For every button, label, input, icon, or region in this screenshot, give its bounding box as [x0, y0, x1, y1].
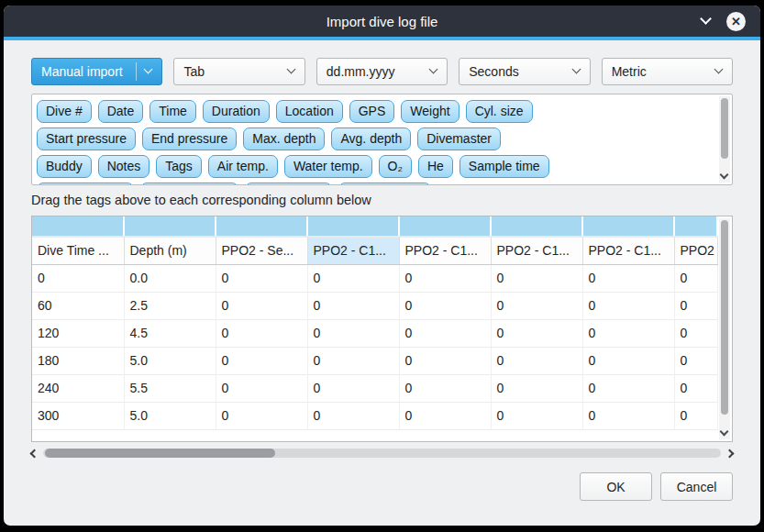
- table-cell: 180: [32, 347, 124, 374]
- scroll-left-icon[interactable]: [30, 449, 39, 458]
- field-tag[interactable]: GPS: [349, 100, 395, 123]
- table-cell: 0: [307, 292, 399, 319]
- table-scrollbar-horizontal[interactable]: [31, 446, 733, 460]
- table-cell: 0: [216, 319, 307, 347]
- column-drop-target[interactable]: [399, 216, 491, 237]
- column-header: PPO2 - C1...: [307, 237, 399, 264]
- field-tag[interactable]: Avg. depth: [331, 127, 411, 150]
- field-tag[interactable]: Notes: [98, 155, 150, 178]
- table-cell: 0: [491, 292, 582, 319]
- table-scrollbar-vertical[interactable]: [719, 218, 730, 439]
- field-tag[interactable]: Water temp.: [284, 155, 372, 178]
- column-drop-target[interactable]: [674, 216, 717, 237]
- column-header: PPO2: [674, 237, 717, 264]
- field-tag[interactable]: Dive #: [37, 100, 92, 123]
- tag-list: Dive #DateTimeDurationLocationGPSWeightC…: [32, 94, 732, 185]
- table-cell: 0: [491, 319, 582, 347]
- table-cell: 0: [674, 264, 717, 292]
- field-tag[interactable]: Duration: [203, 100, 270, 123]
- table-cell: 0: [399, 292, 491, 319]
- tag-pool-scrollbar[interactable]: [719, 96, 730, 183]
- dialog-footer: OK Cancel: [31, 472, 733, 501]
- date-format-combo[interactable]: dd.mm.yyyy: [316, 58, 448, 85]
- window-title: Import dive log file: [4, 14, 760, 29]
- tag-row: Start pressureEnd pressureMax. depthAvg.…: [37, 127, 712, 150]
- field-tag[interactable]: He: [418, 155, 453, 178]
- import-options-row: Manual importTabdd.mm.yyyySecondsMetric: [31, 58, 733, 85]
- field-tag[interactable]: Sample pO₂: [245, 183, 332, 185]
- table-cell: 0: [491, 264, 582, 292]
- cancel-button[interactable]: Cancel: [660, 472, 733, 501]
- table-cell: 120: [32, 319, 124, 347]
- table-cell: 240: [32, 374, 124, 402]
- field-tag[interactable]: Time: [149, 100, 196, 123]
- time-format-combo[interactable]: Seconds: [459, 58, 590, 85]
- dialog-content: Manual importTabdd.mm.yyyySecondsMetric …: [4, 58, 760, 501]
- combo-selected-value: dd.mm.yyyy: [327, 64, 395, 79]
- table-cell: 5.0: [124, 402, 216, 429]
- column-drop-target[interactable]: [216, 216, 307, 237]
- table-cell: 0: [216, 374, 307, 402]
- table-cell: 4.5: [124, 319, 216, 347]
- table-cell: 0: [582, 402, 674, 429]
- field-tag[interactable]: Air temp.: [208, 155, 278, 178]
- table-cell: 0: [307, 402, 399, 429]
- column-drop-target[interactable]: [307, 216, 399, 237]
- field-tag[interactable]: Buddy: [37, 155, 92, 178]
- table-row: 1805.0000000: [32, 347, 717, 374]
- table-cell: 0: [674, 292, 717, 319]
- table-cell: 0: [307, 347, 399, 374]
- column-header: Dive Time ...: [32, 237, 124, 264]
- field-tag[interactable]: Divemaster: [417, 127, 501, 150]
- table-row: 602.5000000: [32, 292, 717, 319]
- table-scrollbar-handle[interactable]: [721, 220, 728, 415]
- field-tag[interactable]: Sample time: [460, 155, 549, 178]
- table-cell: 0: [674, 374, 717, 402]
- table-cell: 5.5: [124, 374, 216, 402]
- table-cell: 0: [32, 264, 124, 292]
- field-tag[interactable]: Tags: [156, 155, 202, 178]
- chevron-down-icon[interactable]: [700, 13, 712, 25]
- titlebar[interactable]: Import dive log file ✕: [4, 6, 760, 37]
- table-cell: 0: [399, 374, 491, 402]
- field-separator-combo[interactable]: Tab: [173, 58, 304, 85]
- close-button[interactable]: ✕: [726, 12, 746, 31]
- field-tag[interactable]: Max. depth: [243, 127, 325, 150]
- scroll-down-icon[interactable]: [720, 171, 729, 180]
- hscroll-handle[interactable]: [45, 449, 275, 458]
- scroll-down-icon[interactable]: [720, 427, 729, 437]
- table-row: 1204.5000000: [32, 319, 717, 347]
- tag-row: BuddyNotesTagsAir temp.Water temp.O₂HeSa…: [37, 155, 712, 178]
- table-cell: 300: [32, 402, 124, 429]
- tag-pool-scrollbar-handle[interactable]: [721, 98, 728, 159]
- field-tag[interactable]: End pressure: [142, 127, 237, 150]
- scroll-right-icon[interactable]: [725, 449, 735, 458]
- table-cell: 2.5: [124, 292, 216, 319]
- field-tag[interactable]: Sample temp.: [140, 183, 238, 185]
- ok-button[interactable]: OK: [580, 472, 652, 501]
- field-tag[interactable]: Weight: [401, 100, 459, 123]
- column-drop-target[interactable]: [124, 216, 216, 237]
- import-mode-combo[interactable]: Manual import: [31, 58, 162, 85]
- table-cell: 5.0: [124, 347, 216, 374]
- column-drop-target[interactable]: [582, 216, 674, 237]
- table-cell: 60: [32, 292, 124, 319]
- hscroll-track[interactable]: [43, 449, 721, 458]
- table-cell: 0: [674, 402, 717, 429]
- units-combo[interactable]: Metric: [602, 58, 733, 85]
- field-tag[interactable]: Start pressure: [37, 127, 136, 150]
- titlebar-buttons: ✕: [702, 6, 746, 37]
- chevron-down-icon: [429, 65, 438, 74]
- field-tag[interactable]: Sample CNS: [338, 183, 431, 185]
- field-tag[interactable]: O₂: [379, 155, 412, 178]
- combo-selected-value: Metric: [612, 64, 647, 79]
- field-tag[interactable]: Sample depth: [37, 183, 134, 185]
- combo-selected-value: Manual import: [41, 64, 123, 79]
- field-tag[interactable]: Date: [98, 100, 144, 123]
- table-cell: 0: [491, 402, 582, 429]
- column-drop-target[interactable]: [32, 216, 124, 237]
- field-tag[interactable]: Location: [276, 100, 343, 123]
- field-tag[interactable]: Cyl. size: [466, 100, 533, 123]
- table-cell: 0: [216, 347, 307, 374]
- column-drop-target[interactable]: [491, 216, 582, 237]
